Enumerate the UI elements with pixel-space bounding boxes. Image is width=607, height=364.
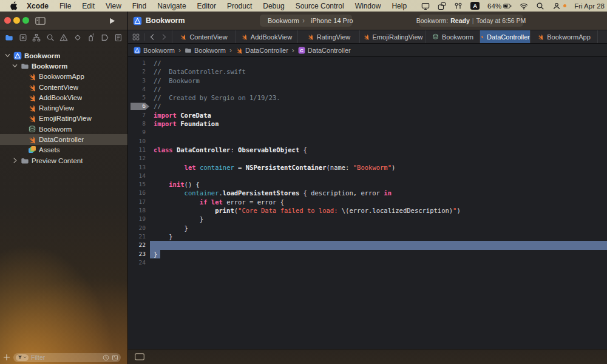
activity-status[interactable]: Bookworm: Ready | Today at 6:56 PM xyxy=(419,15,523,27)
stage-manager-icon[interactable] xyxy=(438,2,446,10)
file-row-bookworm[interactable]: Bookworm xyxy=(0,124,127,134)
reports-navigator-button[interactable] xyxy=(114,33,123,42)
airpods-icon[interactable] xyxy=(454,2,463,10)
menu-window[interactable]: Window xyxy=(350,2,387,10)
code-line-2[interactable]: 2// DataController.swift xyxy=(128,67,607,76)
code-line-12[interactable]: 12 xyxy=(128,154,607,163)
code-line-20[interactable]: 20 } xyxy=(128,224,607,232)
debug-navigator-button[interactable] xyxy=(86,33,96,42)
code-line-19[interactable]: 19 } xyxy=(128,215,607,223)
file-row-preview-content[interactable]: Preview Content xyxy=(0,155,127,166)
line-number[interactable]: 16 xyxy=(128,189,150,197)
code-line-13[interactable]: 13 let container = NSPersistentContainer… xyxy=(128,163,607,172)
menu-source-control[interactable]: Source Control xyxy=(290,2,350,10)
menu-xcode[interactable]: Xcode xyxy=(21,2,54,10)
toggle-navigator-button[interactable] xyxy=(35,12,46,30)
file-row-emojiratingview[interactable]: EmojiRatingView xyxy=(0,113,127,124)
code-line-18[interactable]: 18 print("Core Data failed to load: \(er… xyxy=(128,206,607,215)
menu-debug[interactable]: Debug xyxy=(257,2,290,10)
spotlight-icon[interactable] xyxy=(536,2,544,10)
source-control-filter-icon[interactable] xyxy=(112,354,118,361)
crumb-datacontroller[interactable]: CDataController xyxy=(298,47,351,54)
window-tab[interactable]: Bookworm xyxy=(133,12,185,30)
code-line-24[interactable]: 24 xyxy=(128,258,607,267)
line-number[interactable]: 4 xyxy=(128,85,150,93)
filter-input[interactable]: Filter xyxy=(31,354,100,361)
apple-menu-icon[interactable] xyxy=(10,1,18,10)
line-number[interactable]: 21 xyxy=(128,232,150,241)
menu-find[interactable]: Find xyxy=(127,2,152,10)
crumb-datacontroller[interactable]: DataController xyxy=(236,47,288,54)
tab-emojiratingview[interactable]: EmojiRatingView xyxy=(360,30,426,43)
line-number[interactable]: 12 xyxy=(128,154,150,163)
line-number[interactable]: 10 xyxy=(128,137,150,146)
code-line-4[interactable]: 4// xyxy=(128,85,607,93)
line-number[interactable]: 24 xyxy=(128,258,150,267)
line-number[interactable]: 13 xyxy=(128,163,150,172)
line-number[interactable]: 23 xyxy=(128,250,150,258)
add-button[interactable] xyxy=(3,354,10,361)
wifi-icon[interactable] xyxy=(520,2,528,10)
code-line-10[interactable]: 10 xyxy=(128,137,607,146)
code-line-3[interactable]: 3// Bookworm xyxy=(128,76,607,85)
file-row-ratingview[interactable]: RatingView xyxy=(0,103,127,113)
line-number[interactable]: 1 xyxy=(128,59,150,67)
code-line-7[interactable]: 7import CoreData xyxy=(128,111,607,120)
go-back-button[interactable] xyxy=(148,30,157,43)
code-editor[interactable]: 1//2// DataController.swift3// Bookworm4… xyxy=(128,57,607,349)
crumb-bookworm[interactable]: Bookworm xyxy=(185,47,226,54)
file-row-contentview[interactable]: ContentView xyxy=(0,82,127,92)
line-number[interactable]: 5 xyxy=(128,93,150,102)
tab-overview-button[interactable] xyxy=(131,30,141,43)
tab-ratingview[interactable]: RatingView xyxy=(298,30,360,43)
line-number[interactable]: 2 xyxy=(128,67,150,76)
file-row-bookwormapp[interactable]: BookwormApp xyxy=(0,72,127,82)
minimize-window-button[interactable] xyxy=(13,17,20,24)
recent-files-icon[interactable] xyxy=(103,354,109,361)
file-row-datacontroller[interactable]: DataController xyxy=(0,134,127,144)
menu-file[interactable]: File xyxy=(54,2,76,10)
line-number[interactable]: 9 xyxy=(128,128,150,136)
editor-options-icon[interactable] xyxy=(135,353,144,360)
issues-navigator-button[interactable] xyxy=(59,33,69,42)
crumb-bookworm[interactable]: Bookworm xyxy=(134,47,175,54)
menu-help[interactable]: Help xyxy=(386,2,412,10)
line-number[interactable]: 3 xyxy=(128,76,150,85)
run-button[interactable] xyxy=(108,12,117,30)
code-line-11[interactable]: 11class DataController: ObservableObject… xyxy=(128,146,607,154)
scheme-selector[interactable]: Bookworm › iPhone 14 Pro xyxy=(260,15,352,27)
filter-field[interactable]: Filter xyxy=(13,353,121,362)
menu-editor[interactable]: Editor xyxy=(192,2,222,10)
code-line-17[interactable]: 17 if let error = error { xyxy=(128,198,607,206)
code-line-15[interactable]: 15 init() { xyxy=(128,180,607,189)
find-navigator-button[interactable] xyxy=(46,33,55,42)
menu-navigate[interactable]: Navigate xyxy=(152,2,191,10)
code-line-21[interactable]: 21 } xyxy=(128,232,607,241)
code-line-6[interactable]: 6// xyxy=(128,102,607,110)
line-number[interactable]: 15 xyxy=(128,180,150,189)
breakpoint-icon[interactable] xyxy=(131,103,149,110)
file-row-bookworm[interactable]: Bookworm xyxy=(0,50,127,61)
code-line-9[interactable]: 9 xyxy=(128,128,607,136)
input-source-icon[interactable]: A xyxy=(470,2,480,10)
line-number[interactable]: 7 xyxy=(128,111,150,120)
menu-view[interactable]: View xyxy=(100,2,127,10)
line-number[interactable]: 20 xyxy=(128,224,150,232)
line-number[interactable]: 11 xyxy=(128,146,150,154)
tab-addbookview[interactable]: AddBookView xyxy=(236,30,298,43)
tests-navigator-button[interactable] xyxy=(73,33,83,42)
file-row-bookworm[interactable]: Bookworm xyxy=(0,61,127,71)
display-icon[interactable] xyxy=(421,2,430,10)
tab-bookwormapp[interactable]: BookwormApp xyxy=(531,30,598,43)
code-line-14[interactable]: 14 xyxy=(128,172,607,180)
source-control-navigator-button[interactable] xyxy=(18,33,28,42)
file-row-assets[interactable]: Assets xyxy=(0,145,127,155)
battery-indicator[interactable]: 64% xyxy=(487,2,512,10)
code-line-8[interactable]: 8import Foundation xyxy=(128,120,607,128)
line-number[interactable]: 6 xyxy=(128,102,150,110)
line-number[interactable]: 19 xyxy=(128,215,150,223)
filter-menu-button[interactable] xyxy=(16,354,29,361)
tab-contentview[interactable]: ContentView xyxy=(172,30,236,43)
code-line-5[interactable]: 5// Created by Sergio on 1/19/23. xyxy=(128,93,607,102)
code-line-16[interactable]: 16 container.loadPersistentStores { desc… xyxy=(128,189,607,197)
